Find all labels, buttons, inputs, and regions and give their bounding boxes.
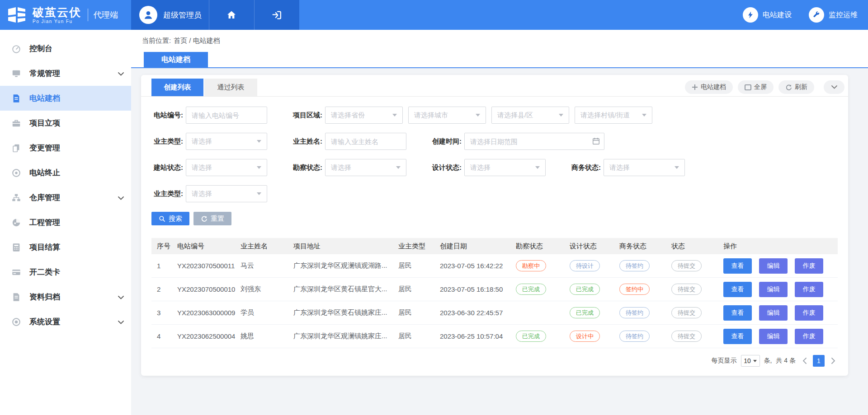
invalidate-button[interactable]: 作废 <box>795 258 823 274</box>
select-caret-icon <box>675 166 679 169</box>
edit-button[interactable]: 编辑 <box>759 258 788 274</box>
portal-label: 代理端 <box>94 9 118 20</box>
brand-logo-icon <box>7 6 26 24</box>
survey-status-select[interactable]: 请选择 <box>325 159 406 176</box>
field-region: 项目区域: 请选择省份 请选择城市 请选择县/区 请选择村镇/街道 <box>285 107 652 124</box>
sidebar-item-dashboard[interactable]: 控制台 <box>0 36 131 61</box>
brand-name: 破茧云伏 <box>33 6 81 18</box>
tab-passed-list[interactable]: 通过列表 <box>204 79 257 96</box>
select-caret-icon <box>257 166 261 169</box>
app-header: 破茧云伏 Po Jian Yun Fu 代理端 超级管理员 <box>0 0 868 30</box>
status-badge: 设计中 <box>570 331 600 342</box>
field-owner-name: 业主姓名: <box>285 133 406 150</box>
field-survey-status: 勘察状态: 请选择 <box>285 159 406 176</box>
avatar[interactable] <box>139 6 157 24</box>
view-button[interactable]: 查看 <box>723 258 752 274</box>
file-icon <box>11 292 22 303</box>
business-status-select[interactable]: 请选择 <box>604 159 685 176</box>
sidebar-item-station-archive[interactable]: 电站建档 <box>0 86 131 111</box>
province-select[interactable]: 请选择省份 <box>325 107 403 124</box>
next-page-button[interactable] <box>829 355 838 367</box>
document-icon <box>11 93 22 104</box>
prev-page-button[interactable] <box>800 355 809 367</box>
chevron-down-icon <box>831 85 837 89</box>
date-range-input[interactable] <box>464 133 604 150</box>
brand-text: 破茧云伏 Po Jian Yun Fu <box>33 6 81 24</box>
sidebar-item-data-archive[interactable]: 资料归档 <box>0 284 131 309</box>
plus-icon <box>692 84 698 90</box>
view-button[interactable]: 查看 <box>723 282 752 297</box>
sidebar-item-engineering-mgmt[interactable]: 工程管理 <box>0 210 131 235</box>
field-owner-type-2: 业主类型: 请选择 <box>146 185 267 202</box>
brand-block: 破茧云伏 Po Jian Yun Fu 代理端 <box>0 0 131 30</box>
field-create-time: 创建时间: <box>425 133 604 150</box>
nav-station-build[interactable]: 电站建设 <box>743 7 792 23</box>
user-icon <box>142 9 154 21</box>
chevron-down-icon <box>118 194 124 202</box>
sidebar-item-system-settings[interactable]: 系统设置 <box>0 309 131 334</box>
owner-name-input[interactable] <box>325 133 406 150</box>
status-badge: 待签约 <box>619 260 650 271</box>
invalidate-button[interactable]: 作废 <box>795 305 823 321</box>
chevron-down-icon <box>118 293 124 301</box>
card-head: 创建列表 通过列表 电站建档 全屏 刷新 <box>141 75 848 97</box>
nav-monitor-ops[interactable]: 监控运维 <box>809 7 858 23</box>
brand-divider <box>88 9 88 21</box>
logout-button[interactable] <box>254 0 299 30</box>
status-badge: 签约中 <box>619 284 650 295</box>
town-select[interactable]: 请选择村镇/街道 <box>575 107 652 124</box>
owner-type-2-select[interactable]: 请选择 <box>186 185 267 202</box>
sidebar-item-warehouse-mgmt[interactable]: 仓库管理 <box>0 185 131 210</box>
current-page[interactable]: 1 <box>813 355 825 367</box>
table-row: 4 YX2023062500004 姚思 广东深圳龙华区观澜镇姚家庄... 居民… <box>151 325 838 348</box>
sidebar-item-project-settlement[interactable]: 项目结算 <box>0 235 131 260</box>
search-button[interactable]: 搜索 <box>151 212 189 225</box>
home-button[interactable] <box>209 0 254 30</box>
filter-row-2: 业主类型: 请选择 业主姓名: 创建时间: <box>141 133 848 150</box>
gear-icon <box>11 317 22 327</box>
station-code-input[interactable] <box>186 107 267 124</box>
sidebar-item-project-initiation[interactable]: 项目立项 <box>0 111 131 135</box>
fullscreen-button[interactable]: 全屏 <box>738 80 774 94</box>
breadcrumb-path: 首页 / 电站建档 <box>174 37 220 45</box>
sidebar-item-general-mgmt[interactable]: 常规管理 <box>0 61 131 86</box>
view-button[interactable]: 查看 <box>723 305 752 321</box>
field-station-code: 电站编号: <box>146 107 267 124</box>
build-status-select[interactable]: 请选择 <box>186 159 267 176</box>
chevron-down-icon <box>118 318 124 326</box>
sidebar-item-open-card[interactable]: 开二类卡 <box>0 260 131 284</box>
invalidate-button[interactable]: 作废 <box>795 282 823 297</box>
design-status-select[interactable]: 请选择 <box>464 159 546 176</box>
briefcase-icon <box>11 118 22 129</box>
invalidate-button[interactable]: 作废 <box>795 329 823 344</box>
select-caret-icon <box>642 114 646 117</box>
edit-button[interactable]: 编辑 <box>759 282 788 297</box>
page-tab-station-archive[interactable]: 电站建档 <box>144 52 208 67</box>
view-button[interactable]: 查看 <box>723 329 752 344</box>
edit-button[interactable]: 编辑 <box>759 305 788 321</box>
per-page-select[interactable]: 10 <box>741 355 760 367</box>
reset-button[interactable]: 重置 <box>193 212 231 225</box>
refresh-button[interactable]: 刷新 <box>778 80 814 94</box>
edit-button[interactable]: 编辑 <box>759 329 788 344</box>
collapse-toolbar-button[interactable] <box>824 80 844 94</box>
brand-subtitle: Po Jian Yun Fu <box>33 19 81 24</box>
header-nav: 电站建设 监控运维 <box>743 0 858 30</box>
city-select[interactable]: 请选择城市 <box>408 107 486 124</box>
owner-type-select[interactable]: 请选择 <box>186 133 267 150</box>
select-caret-icon <box>559 114 563 117</box>
sidebar-item-change-mgmt[interactable]: 变更管理 <box>0 135 131 160</box>
total-count: 共 4 条 <box>776 357 796 365</box>
filter-row-1: 电站编号: 项目区域: 请选择省份 请选择城市 请选择县/区 请选择村镇/街道 <box>141 107 848 124</box>
page-body: 创建列表 通过列表 电站建档 全屏 刷新 <box>131 68 868 376</box>
current-user[interactable]: 超级管理员 <box>163 10 202 20</box>
add-station-button[interactable]: 电站建档 <box>685 80 733 94</box>
county-select[interactable]: 请选择县/区 <box>491 107 569 124</box>
status-badge: 待签约 <box>619 331 650 342</box>
sidebar-item-station-termination[interactable]: 电站终止 <box>0 160 131 185</box>
tab-create-list[interactable]: 创建列表 <box>151 79 203 96</box>
status-badge: 待签约 <box>619 307 650 318</box>
per-page-label: 每页显示 <box>712 357 737 365</box>
search-icon <box>159 215 165 222</box>
field-build-status: 建站状态: 请选择 <box>146 159 267 176</box>
